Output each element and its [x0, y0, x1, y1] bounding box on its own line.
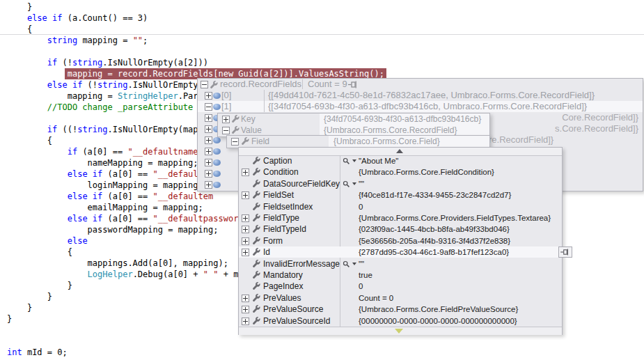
code-token: else	[68, 214, 88, 224]
field-sphere-icon	[213, 137, 221, 143]
code-token: passwordMapping = mapping;	[7, 225, 218, 235]
code-token: if	[47, 125, 57, 134]
expand-icon[interactable]	[205, 92, 212, 100]
expand-icon[interactable]	[205, 136, 212, 144]
expand-icon[interactable]	[205, 170, 212, 178]
code-token: (a[0] ==	[77, 147, 127, 157]
property-value: {f40ce81d-f17e-4334-9455-23c2847cd2d7}	[359, 189, 511, 201]
code-token: mapping =	[7, 91, 118, 101]
collapse-icon[interactable]	[222, 127, 230, 134]
code-token: nameMapping = mapping;	[7, 158, 198, 168]
expand-icon[interactable]	[242, 169, 249, 176]
property-wrench-icon	[252, 282, 260, 290]
code-line	[7, 46, 386, 57]
field-sphere-icon	[213, 171, 221, 177]
code-token: }	[7, 281, 72, 290]
expand-icon[interactable]	[205, 114, 212, 122]
expand-icon[interactable]	[242, 191, 249, 199]
scroll-down-strip[interactable]	[239, 327, 562, 335]
property-row-invaliderrormessage[interactable]: InvalidErrorMessage""	[239, 258, 562, 269]
property-value: "About Me"	[359, 155, 398, 166]
member-name: Field	[251, 136, 269, 147]
expand-icon[interactable]	[242, 318, 249, 325]
collapse-icon[interactable]	[201, 81, 208, 88]
expand-icon[interactable]	[242, 306, 249, 313]
field-sphere-icon	[213, 104, 221, 110]
property-value: {00000000-0000-0000-0000-000000000000}	[359, 315, 517, 327]
code-token: ;	[143, 36, 148, 45]
property-row-id[interactable]: Id{2787dd95-c304-46c1-9af8-b17fef123ca0}	[239, 246, 562, 258]
code-token: string	[72, 58, 102, 68]
code-token	[7, 191, 68, 201]
magnifier-icon[interactable]	[343, 180, 350, 188]
field-sphere-icon	[213, 93, 221, 99]
pin-value-button[interactable]	[558, 246, 572, 258]
code-token: .IsNullOrEmpty(a[2]))	[102, 58, 208, 68]
property-name: PreValues	[263, 292, 301, 304]
property-row-fieldtypeid[interactable]: FieldTypeId{023f09ac-1445-4bcb-b8fa-ab49…	[239, 224, 562, 235]
magnifier-dropdown-icon[interactable]	[352, 263, 356, 265]
expand-icon[interactable]	[205, 159, 212, 166]
code-line: if (!string.IsNullOrEmpty(a[2]))	[7, 57, 386, 68]
code-token: (!	[57, 58, 72, 68]
datatip-item-row[interactable]: [1]{[34fd7054-693b-4f30-a613-dfbc93b416c…	[198, 101, 643, 112]
collapse-icon[interactable]	[231, 138, 239, 146]
expand-icon[interactable]	[242, 249, 249, 256]
expand-icon[interactable]	[242, 226, 249, 233]
keyvalue-row[interactable]: Value{Umbraco.Forms.Core.RecordField}	[218, 125, 489, 136]
property-row-fieldsetindex[interactable]: FieldsetIndex0	[239, 201, 562, 212]
magnifier-dropdown-icon[interactable]	[352, 159, 356, 162]
property-name: Form	[263, 235, 283, 246]
code-token	[88, 191, 93, 201]
datatip-header-row[interactable]: record.RecordFields Count = 9	[198, 79, 643, 90]
code-token: "__defaultname"	[127, 147, 203, 157]
property-row-condition[interactable]: Condition{Umbraco.Forms.Core.FieldCondit…	[239, 166, 562, 178]
code-token: }	[7, 292, 52, 302]
expand-icon[interactable]	[242, 214, 249, 222]
expand-icon[interactable]	[222, 116, 230, 123]
keyvalue-row[interactable]: Key{34fd7054-693b-4f30-a613-dfbc93b416cb…	[218, 114, 489, 125]
property-wrench-icon	[252, 157, 260, 165]
property-value: {023f09ac-1445-4bcb-b8fa-ab49f33bd046}	[359, 224, 510, 235]
property-value: {Umbraco.Forms.Core.Providers.FieldTypes…	[359, 212, 551, 224]
property-row-mandatory[interactable]: Mandatorytrue	[239, 269, 562, 281]
scroll-down-icon[interactable]	[395, 329, 403, 334]
property-row-prevaluesourceid[interactable]: PreValueSourceId{00000000-0000-0000-0000…	[239, 315, 562, 327]
expand-icon[interactable]	[205, 181, 212, 189]
collapse-icon[interactable]	[205, 103, 212, 111]
field-row[interactable]: Field{Umbraco.Forms.Core.Field}	[227, 136, 489, 147]
field-sphere-icon	[213, 159, 221, 166]
magnifier-dropdown-icon[interactable]	[352, 182, 356, 185]
expand-icon[interactable]	[205, 148, 212, 155]
property-row-prevalues[interactable]: PreValuesCount = 0	[239, 292, 562, 304]
datatip-item-row[interactable]: [0]{[49dd410d-7621-4c50-8e1d-76832ac17ae…	[198, 90, 643, 101]
expand-icon[interactable]	[242, 237, 249, 245]
property-row-fieldset[interactable]: FieldSet{f40ce81d-f17e-4334-9455-23c2847…	[239, 189, 562, 201]
property-value: 0	[359, 281, 363, 292]
property-row-pageindex[interactable]: PageIndex0	[239, 281, 562, 292]
expand-icon[interactable]	[242, 295, 249, 302]
code-line: string mapping = "";	[7, 35, 386, 46]
pin-icon[interactable]	[348, 81, 359, 88]
property-name: Condition	[263, 166, 299, 178]
code-token: (!	[82, 80, 97, 90]
code-token	[68, 80, 72, 90]
code-token: .Debug(a[0] +	[133, 269, 203, 279]
property-row-form[interactable]: Form{5e36656b-205a-4f4b-9316-3f4d37f2e83…	[239, 235, 562, 246]
member-value: {Umbraco.Forms.Core.Field}	[333, 136, 440, 147]
code-token	[7, 125, 47, 134]
scroll-up-icon[interactable]	[396, 149, 403, 153]
code-token: (a.Count() == 3)	[63, 13, 148, 23]
magnifier-icon[interactable]	[343, 260, 350, 268]
property-row-fieldtype[interactable]: FieldType{Umbraco.Forms.Core.Providers.F…	[239, 212, 562, 224]
code-token: if	[93, 214, 102, 224]
property-wrench-icon	[252, 180, 260, 188]
code-line	[7, 336, 386, 347]
magnifier-icon[interactable]	[343, 157, 350, 165]
property-row-prevaluesource[interactable]: PreValueSource{Umbraco.Forms.Core.FieldP…	[239, 304, 562, 315]
property-row-caption[interactable]: Caption"About Me"	[239, 155, 562, 166]
expand-icon[interactable]	[205, 125, 212, 133]
header-divider	[302, 79, 303, 89]
property-row-datasourcefieldkey[interactable]: DataSourceFieldKey""	[239, 178, 562, 189]
code-token: .IsNullOrEmpty	[127, 80, 198, 90]
